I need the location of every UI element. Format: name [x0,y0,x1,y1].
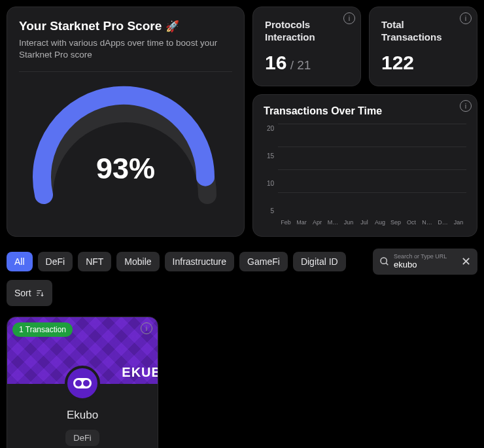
transactions-card: i Total Transactions 122 [369,7,477,86]
score-gauge: 93% [19,80,232,215]
sort-icon [35,288,44,298]
app-name: Ekubo [18,409,147,422]
chart-x-label: D… [435,219,451,226]
filter-chip-digital-id[interactable]: Digital ID [293,252,346,271]
search-field[interactable]: Search or Type URL ✕ [373,249,477,275]
protocols-value: 16 / 21 [265,52,349,74]
score-card: Your Starknet Pro Score 🚀 Interact with … [7,7,245,237]
filter-chip-nft[interactable]: NFT [78,252,111,271]
chart-x-label: Jul [356,219,372,226]
transactions-chart-card: i Transactions Over Time 2015105 FebMarA… [252,94,477,237]
chart-x-label: Aug [372,219,388,226]
chart-area: 2015105 [264,124,466,215]
chart-x-label: Sep [388,219,404,226]
info-icon[interactable]: i [141,322,152,334]
protocols-sep: / [286,58,297,72]
score-title: Your Starknet Pro Score 🚀 [19,19,232,33]
filter-bar: AllDeFiNFTMobileInfrastructureGameFiDigi… [7,249,477,306]
chart-x-label: Oct [404,219,419,226]
filter-chip-infrastructure[interactable]: Infrastructure [165,252,234,271]
chart-x-label: Jan [451,219,466,226]
score-title-text: Your Starknet Pro Score [19,19,162,33]
svg-line-1 [386,263,388,265]
app-category: DeFi [65,430,99,446]
rocket-icon: 🚀 [165,20,179,33]
transactions-value: 122 [381,52,465,74]
chart-x-label: Feb [278,219,294,226]
info-icon[interactable]: i [460,12,472,24]
search-placeholder: Search or Type URL [394,254,460,260]
search-icon [379,256,390,267]
chart-x-axis: FebMarAprM…JunJulAugSepOctN…D…Jan [278,219,466,226]
filter-chip-all[interactable]: All [7,252,33,271]
chart-y-axis: 2015105 [264,124,278,215]
protocols-card: i Protocols Interaction 16 / 21 [252,7,361,86]
transactions-label: Total Transactions [381,19,465,44]
apps-grid: EKUB1 TransactioniEkuboDeFi [7,317,477,449]
chart-plot [278,124,466,215]
filter-chip-defi[interactable]: DeFi [38,252,73,271]
protocols-max: 21 [297,58,311,72]
app-banner-text: EKUB [122,365,158,380]
filter-chip-gamefi[interactable]: GameFi [239,252,288,271]
score-subtitle: Interact with various dApps over time to… [19,37,222,61]
score-percent: 93% [19,152,232,186]
sort-button[interactable]: Sort [7,280,52,306]
chart-x-label: Apr [309,219,325,226]
chart-x-label: Mar [294,219,309,226]
chart-x-label: Jun [341,219,356,226]
chart-x-label: N… [419,219,435,226]
protocols-label: Protocols Interaction [265,19,349,44]
info-icon[interactable]: i [460,100,472,112]
info-icon[interactable]: i [343,12,355,24]
filter-chip-mobile[interactable]: Mobile [116,252,159,271]
svg-point-0 [381,258,387,264]
tx-badge: 1 Transaction [12,322,73,337]
chart-x-label: M… [325,219,341,226]
app-avatar [65,366,100,401]
clear-search-button[interactable]: ✕ [460,254,472,269]
app-card[interactable]: EKUB1 TransactioniEkuboDeFi [7,317,158,449]
search-input[interactable] [394,260,460,269]
divider [19,71,232,72]
protocols-count: 16 [265,52,286,73]
chart-title: Transactions Over Time [264,105,466,117]
sort-label: Sort [14,288,31,298]
